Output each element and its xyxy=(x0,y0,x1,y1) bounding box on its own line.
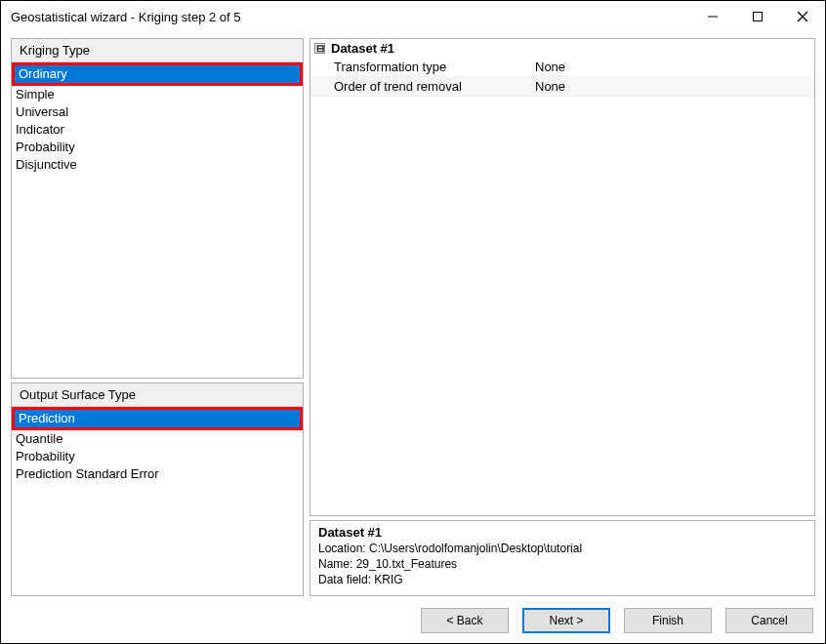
property-label: Transformation type xyxy=(310,60,535,74)
property-value[interactable]: None xyxy=(535,79,814,94)
kriging-type-item[interactable]: Probability xyxy=(12,139,303,156)
next-button[interactable]: Next > xyxy=(522,608,610,633)
minimize-icon xyxy=(707,11,719,22)
output-surface-header: Output Surface Type xyxy=(12,383,303,407)
dataset-header: ⊟ Dataset #1 xyxy=(310,39,814,58)
output-surface-item[interactable]: Quantile xyxy=(12,430,303,448)
output-surface-panel: Output Surface Type Prediction Quantile … xyxy=(11,382,304,596)
info-line: Name: 29_10.txt_Features xyxy=(318,556,806,572)
kriging-type-item[interactable]: Indicator xyxy=(12,121,303,139)
output-surface-highlight: Prediction xyxy=(12,407,303,430)
dataset-info-panel: Dataset #1 Location: C:\Users\rodolfoman… xyxy=(310,520,815,596)
minimize-button[interactable] xyxy=(690,1,735,32)
wizard-buttons: < Back Next > Finish Cancel xyxy=(11,596,815,633)
main-columns: Kriging Type Ordinary Simple Universal I… xyxy=(11,38,815,596)
kriging-type-item[interactable]: Universal xyxy=(12,103,303,121)
kriging-type-panel: Kriging Type Ordinary Simple Universal I… xyxy=(11,38,304,379)
dataset-property-grid: Transformation type None Order of trend … xyxy=(310,58,814,515)
svg-rect-1 xyxy=(754,13,763,21)
kriging-type-item[interactable]: Disjunctive xyxy=(12,156,303,174)
close-button[interactable] xyxy=(780,1,825,32)
kriging-type-list[interactable]: Ordinary Simple Universal Indicator Prob… xyxy=(12,62,303,378)
collapse-toggle[interactable]: ⊟ xyxy=(314,43,325,54)
info-title: Dataset #1 xyxy=(318,525,806,541)
close-icon xyxy=(797,11,808,22)
right-column: ⊟ Dataset #1 Transformation type None Or… xyxy=(310,38,815,596)
kriging-type-item[interactable]: Simple xyxy=(12,86,303,103)
property-value[interactable]: None xyxy=(535,60,814,74)
finish-button[interactable]: Finish xyxy=(624,608,712,633)
kriging-type-header: Kriging Type xyxy=(12,39,303,62)
maximize-button[interactable] xyxy=(735,1,780,32)
dataset-properties-panel: ⊟ Dataset #1 Transformation type None Or… xyxy=(310,38,815,516)
dataset-title: Dataset #1 xyxy=(331,41,394,56)
property-row[interactable]: Order of trend removal None xyxy=(310,77,814,97)
output-surface-item[interactable]: Prediction xyxy=(15,410,300,427)
property-label: Order of trend removal xyxy=(310,79,535,94)
maximize-icon xyxy=(752,11,764,22)
cancel-button[interactable]: Cancel xyxy=(725,608,813,633)
output-surface-item[interactable]: Probability xyxy=(12,448,303,465)
output-surface-item[interactable]: Prediction Standard Error xyxy=(12,465,303,483)
wizard-window: Geostatistical wizard - Kriging step 2 o… xyxy=(0,0,826,644)
titlebar: Geostatistical wizard - Kriging step 2 o… xyxy=(1,1,825,32)
back-button[interactable]: < Back xyxy=(421,608,509,633)
left-column: Kriging Type Ordinary Simple Universal I… xyxy=(11,38,304,596)
content-area: Kriging Type Ordinary Simple Universal I… xyxy=(1,32,825,643)
window-controls xyxy=(690,1,825,32)
output-surface-list[interactable]: Prediction Quantile Probability Predicti… xyxy=(12,407,303,595)
info-line: Location: C:\Users\rodolfomanjolin\Deskt… xyxy=(318,541,806,556)
property-row[interactable]: Transformation type None xyxy=(310,58,814,77)
window-title: Geostatistical wizard - Kriging step 2 o… xyxy=(11,10,241,24)
info-line: Data field: KRIG xyxy=(318,572,806,587)
kriging-type-highlight: Ordinary xyxy=(12,62,303,86)
kriging-type-item[interactable]: Ordinary xyxy=(15,65,300,83)
